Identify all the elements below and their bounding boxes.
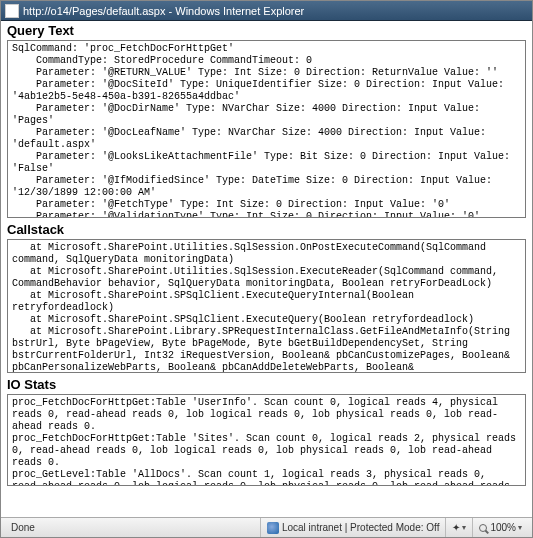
window-app: Windows Internet Explorer (175, 5, 304, 17)
status-zone-label: Local intranet | Protected Mode: Off (282, 522, 440, 533)
page-content[interactable]: Query Text SqlCommand: 'proc_FetchDocFor… (1, 21, 532, 517)
status-unknown-icon: ✦ (452, 522, 460, 533)
page-icon (5, 4, 19, 18)
status-zoom[interactable]: 100% (472, 518, 528, 537)
callstack-heading: Callstack (7, 222, 526, 237)
statusbar: Done Local intranet | Protected Mode: Of… (1, 517, 532, 537)
callstack-panel[interactable]: at Microsoft.SharePoint.Utilities.SqlSes… (7, 239, 526, 373)
section-iostats: IO Stats proc_FetchDocForHttpGet:Table '… (7, 377, 526, 486)
titlebar: http://o14/Pages/default.aspx - Windows … (1, 1, 532, 21)
iostats-heading: IO Stats (7, 377, 526, 392)
title-separator: - (166, 5, 176, 17)
status-zoom-label: 100% (490, 522, 516, 533)
status-done: Done (5, 518, 260, 537)
zoom-icon (479, 524, 487, 532)
query-text-heading: Query Text (7, 23, 526, 38)
query-text-panel[interactable]: SqlCommand: 'proc_FetchDocForHttpGet' Co… (7, 40, 526, 218)
status-unknown[interactable]: ✦ (445, 518, 472, 537)
status-zone[interactable]: Local intranet | Protected Mode: Off (260, 518, 446, 537)
section-query-text: Query Text SqlCommand: 'proc_FetchDocFor… (7, 23, 526, 218)
intranet-icon (267, 522, 279, 534)
section-callstack: Callstack at Microsoft.SharePoint.Utilit… (7, 222, 526, 373)
iostats-panel[interactable]: proc_FetchDocForHttpGet:Table 'UserInfo'… (7, 394, 526, 486)
window-url: http://o14/Pages/default.aspx (23, 5, 166, 17)
